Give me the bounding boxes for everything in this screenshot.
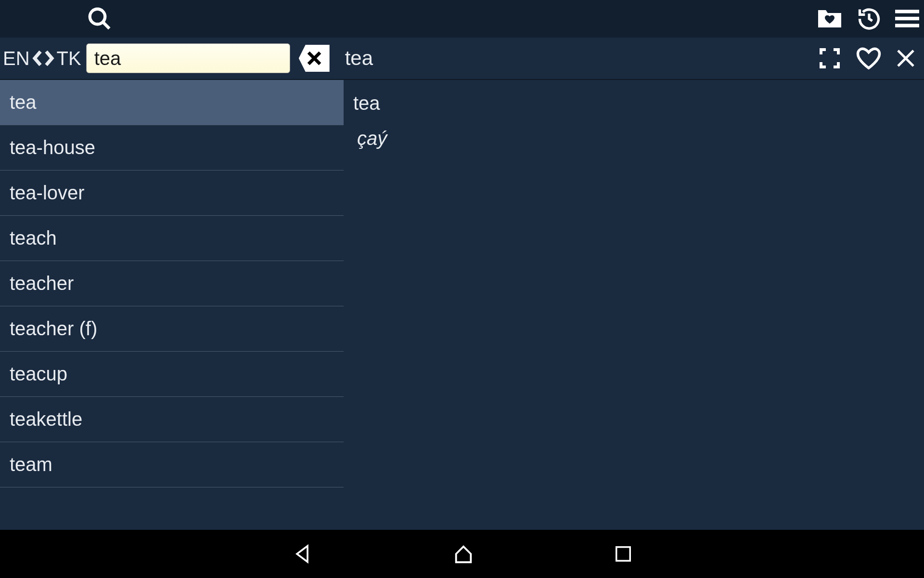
language-switcher[interactable]: EN TK bbox=[0, 48, 81, 69]
favorites-folder-icon[interactable] bbox=[816, 8, 843, 29]
recent-apps-button[interactable] bbox=[614, 545, 632, 563]
home-button[interactable] bbox=[452, 543, 475, 565]
svg-rect-3 bbox=[895, 17, 919, 20]
list-item[interactable]: tea bbox=[0, 80, 344, 125]
list-item[interactable]: teach bbox=[0, 216, 344, 261]
android-nav-bar bbox=[0, 530, 924, 578]
close-icon[interactable] bbox=[896, 49, 915, 68]
clear-search-button[interactable] bbox=[299, 45, 330, 72]
svg-point-0 bbox=[90, 9, 105, 25]
definition-word: tea bbox=[353, 92, 914, 114]
headword-title: tea bbox=[345, 47, 373, 70]
history-icon[interactable] bbox=[857, 6, 882, 31]
list-item[interactable]: tea-house bbox=[0, 125, 344, 171]
source-lang: EN bbox=[3, 48, 30, 69]
definition-panel: tea çaý bbox=[344, 80, 924, 530]
list-item[interactable]: teacher bbox=[0, 261, 344, 306]
favorite-icon[interactable] bbox=[856, 46, 882, 70]
top-toolbar bbox=[0, 0, 924, 38]
back-button[interactable] bbox=[292, 543, 313, 565]
list-item[interactable]: teacup bbox=[0, 352, 344, 397]
list-item[interactable]: teacher (f) bbox=[0, 306, 344, 352]
search-input[interactable] bbox=[86, 43, 290, 73]
svg-line-1 bbox=[103, 22, 110, 29]
target-lang: TK bbox=[57, 48, 81, 69]
search-icon[interactable] bbox=[87, 6, 113, 32]
list-item[interactable]: team bbox=[0, 442, 344, 487]
word-list: teatea-housetea-loverteachteacherteacher… bbox=[0, 80, 344, 530]
list-item[interactable]: teakettle bbox=[0, 397, 344, 442]
svg-rect-2 bbox=[895, 10, 919, 13]
swap-languages-icon[interactable] bbox=[32, 50, 55, 67]
list-item[interactable]: tea-lover bbox=[0, 171, 344, 216]
fullscreen-icon[interactable] bbox=[818, 47, 841, 70]
search-toolbar: EN TK tea bbox=[0, 38, 924, 80]
svg-rect-4 bbox=[895, 24, 919, 27]
definition-translation: çaý bbox=[353, 128, 914, 149]
menu-icon[interactable] bbox=[895, 9, 919, 28]
svg-rect-9 bbox=[616, 547, 630, 561]
